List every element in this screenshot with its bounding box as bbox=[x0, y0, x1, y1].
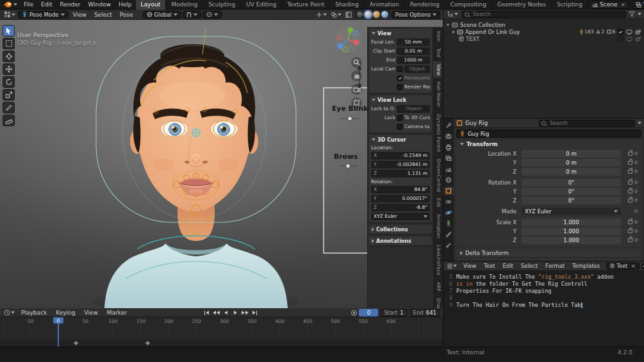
outliner-row-collection[interactable]: Append Or Link Guy 183 2 8 bbox=[443, 28, 644, 35]
tab-view[interactable]: View bbox=[433, 62, 442, 78]
tab-livelinkface[interactable]: LiveLinkFace bbox=[433, 242, 442, 278]
blender-menu-button[interactable] bbox=[0, 1, 20, 8]
tab-bone-icon[interactable] bbox=[443, 230, 454, 239]
timeline-marker[interactable] bbox=[74, 341, 78, 345]
outliner-row-scene-collection[interactable]: Scene Collection bbox=[443, 21, 644, 28]
object-name-field[interactable]: Guy Rig bbox=[456, 129, 641, 138]
menu-edit[interactable]: Edit bbox=[37, 1, 56, 8]
tool-annotate[interactable] bbox=[3, 102, 15, 113]
menu-keying[interactable]: Keying bbox=[52, 309, 79, 316]
play-button[interactable] bbox=[231, 309, 240, 317]
workspace-tab-animation[interactable]: Animation bbox=[365, 0, 405, 10]
tab-world-icon[interactable] bbox=[443, 176, 454, 185]
view-panel-header[interactable]: View bbox=[369, 29, 432, 38]
tab-drivencontrol[interactable]: DrivenControl bbox=[433, 156, 442, 195]
current-frame-field[interactable]: 0 bbox=[359, 309, 378, 317]
tab-edit[interactable]: Edit bbox=[433, 195, 442, 210]
3d-cursor-header[interactable]: 3D Cursor bbox=[369, 135, 432, 144]
editor-type-button[interactable] bbox=[3, 10, 17, 19]
timeline-scroll-area[interactable] bbox=[0, 340, 443, 347]
auto-keying-toggle[interactable] bbox=[351, 310, 357, 316]
unlink-scene-button[interactable]: × bbox=[620, 2, 625, 8]
camera-view-button[interactable] bbox=[351, 84, 362, 95]
menu-render[interactable]: Render bbox=[56, 1, 85, 8]
animate-decorator-icon[interactable] bbox=[634, 199, 638, 202]
lock-icon[interactable] bbox=[628, 199, 632, 202]
tool-select-box[interactable] bbox=[3, 38, 15, 49]
workspace-tab-geometry-nodes[interactable]: Geometry Nodes bbox=[492, 0, 552, 10]
expand-icon[interactable] bbox=[452, 30, 454, 33]
unlink-text-button[interactable]: × bbox=[631, 263, 636, 269]
animate-decorator-icon[interactable] bbox=[634, 220, 638, 224]
focal-length-field[interactable]: 50 mm bbox=[397, 38, 430, 46]
menu-playback[interactable]: Playback bbox=[17, 309, 51, 316]
menu-view[interactable]: View bbox=[461, 263, 479, 269]
cursor-rot-x-field[interactable]: X84.8° bbox=[371, 186, 430, 193]
tab-constraints-icon[interactable] bbox=[443, 197, 454, 206]
cursor-rot-z-field[interactable]: Z-8.8° bbox=[371, 204, 430, 211]
code-line[interactable]: 6is in the folder To Get The Rig Control… bbox=[443, 280, 644, 287]
workspace-tab-sculpting[interactable]: Sculpting bbox=[203, 0, 241, 10]
workspace-tab-shading[interactable]: Shading bbox=[330, 0, 365, 10]
filter-icon[interactable] bbox=[629, 11, 635, 17]
scene-selector[interactable]: Scene × bbox=[588, 1, 629, 9]
lock-icon[interactable] bbox=[628, 152, 632, 156]
tool-move[interactable] bbox=[3, 63, 15, 75]
proportional-editing-toggle[interactable] bbox=[202, 11, 222, 19]
location-z-field[interactable]: 0 m bbox=[522, 168, 621, 176]
text-editor-type-button[interactable] bbox=[446, 263, 458, 270]
camera-to-view-checkbox[interactable] bbox=[397, 124, 403, 129]
local-camera-object-field[interactable]: Object bbox=[404, 65, 430, 73]
pose-options-dropdown[interactable]: Pose Options bbox=[392, 11, 440, 19]
tool-select-tweak[interactable] bbox=[3, 25, 15, 37]
chevron-down-icon[interactable] bbox=[638, 122, 641, 124]
lock-icon[interactable] bbox=[628, 238, 632, 242]
lock-icon[interactable] bbox=[628, 190, 632, 193]
code-line[interactable]: 9Turn The Hair On From The Particle Tab bbox=[443, 301, 644, 308]
outliner-editor-type-button[interactable] bbox=[446, 10, 459, 18]
animate-decorator-icon[interactable] bbox=[634, 181, 638, 184]
tab-tool[interactable]: Tool bbox=[433, 45, 442, 60]
lock-3d-cursor-checkbox[interactable] bbox=[397, 115, 403, 120]
prev-keyframe-button[interactable] bbox=[212, 309, 220, 317]
shading-rendered-button[interactable] bbox=[381, 11, 388, 18]
tab-animation[interactable]: Animation bbox=[433, 211, 442, 241]
tab-object-data-icon[interactable] bbox=[443, 219, 454, 228]
tab-physics-icon[interactable] bbox=[443, 208, 454, 217]
cursor-rotation-mode-dropdown[interactable]: XYZ Euler bbox=[371, 213, 430, 220]
location-x-field[interactable]: 0 m bbox=[522, 150, 621, 158]
relations-panel[interactable]: Relations bbox=[456, 259, 641, 261]
properties-search[interactable] bbox=[539, 120, 635, 127]
show-gizmo-toggle[interactable] bbox=[315, 11, 328, 19]
render-region-checkbox[interactable] bbox=[397, 84, 403, 90]
zoom-button[interactable] bbox=[351, 57, 362, 68]
jump-to-end-button[interactable] bbox=[251, 309, 259, 317]
lock-object-field[interactable]: Object bbox=[397, 105, 430, 113]
text-datablock-selector[interactable]: Text × bbox=[606, 263, 640, 270]
tab-arp[interactable]: ARP bbox=[433, 279, 442, 294]
workspace-tab-layout[interactable]: Layout bbox=[136, 0, 167, 10]
menu-file[interactable]: File bbox=[20, 1, 37, 8]
location-y-field[interactable]: 0 m bbox=[522, 159, 621, 167]
tab-tool-icon[interactable] bbox=[443, 121, 454, 130]
frame-end-field[interactable]: End641 bbox=[409, 309, 440, 317]
outliner-row-text[interactable]: TEXT bbox=[443, 35, 644, 42]
menu-pose[interactable]: Pose bbox=[117, 12, 136, 18]
menu-select[interactable]: Select bbox=[91, 12, 115, 18]
transform-orientation-selector[interactable]: Global bbox=[143, 11, 181, 19]
snap-toggle[interactable] bbox=[183, 11, 201, 19]
expand-icon[interactable] bbox=[447, 24, 450, 26]
menu-window[interactable]: Window bbox=[85, 1, 115, 8]
eye-left[interactable] bbox=[161, 120, 188, 138]
menu-select[interactable]: Select bbox=[518, 263, 540, 269]
properties-search-input[interactable] bbox=[539, 120, 635, 127]
mode-selector[interactable]: Pose Mode bbox=[18, 11, 69, 19]
lock-icon[interactable] bbox=[628, 170, 632, 174]
tab-render-icon[interactable] bbox=[443, 132, 454, 141]
eye-blink-slider[interactable] bbox=[348, 117, 352, 121]
shading-material-button[interactable] bbox=[373, 11, 380, 18]
code-line[interactable]: 8 bbox=[443, 294, 644, 301]
collection-checkbox[interactable] bbox=[618, 29, 623, 35]
play-reverse-button[interactable] bbox=[222, 309, 230, 317]
outliner-search-input[interactable] bbox=[462, 11, 626, 18]
